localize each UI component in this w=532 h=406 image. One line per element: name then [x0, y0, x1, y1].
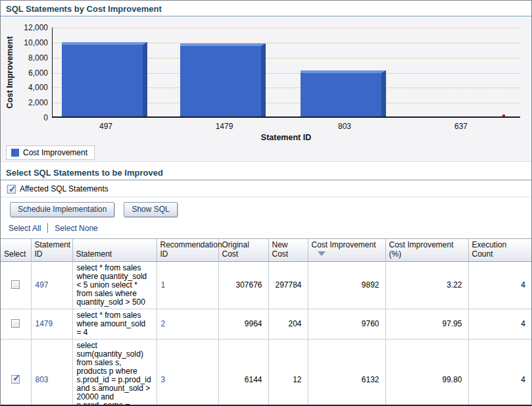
new-cost-cell: 297784	[268, 262, 308, 309]
affected-sql-row: Affected SQL Statements	[1, 180, 531, 197]
y-tick-label: 2,000	[7, 98, 48, 107]
column-header-execution-count: Execution Count	[468, 239, 531, 262]
statement-id-link[interactable]: 1479	[36, 319, 53, 328]
selection-links: Select All Select None	[1, 217, 531, 238]
column-header-recommendation-id: Recommendation ID	[157, 239, 218, 262]
statement-id-link[interactable]: 497	[36, 280, 49, 290]
column-header-cost-improvement[interactable]: Cost Improvement	[308, 239, 385, 262]
original-cost-cell: 307676	[218, 262, 268, 309]
recommendation-id-link[interactable]: 1	[161, 280, 166, 290]
cost-improvement-pct-cell: 3.22	[385, 262, 468, 309]
original-cost-cell: 6144	[218, 340, 268, 406]
execution-count-cell: 4	[468, 309, 531, 340]
chart-legend: Cost Improvement	[6, 145, 95, 160]
execution-count-cell: 4	[468, 262, 531, 309]
column-header-select: Select	[1, 239, 31, 262]
y-tick-label: 12,000	[7, 23, 48, 32]
original-cost-cell: 9964	[218, 309, 268, 340]
column-header-statement: Statement	[72, 239, 157, 262]
table-header-row: SelectStatement IDStatementRecommendatio…	[1, 239, 531, 262]
legend-label: Cost Improvement	[23, 148, 87, 157]
bar-statement-1479	[180, 43, 266, 116]
chart-plot-area	[52, 28, 520, 118]
statement-text: select * from sales where quantity_sold …	[72, 262, 157, 309]
table-section-title: Select SQL Statements to be Improved	[1, 165, 531, 180]
select-none-link[interactable]: Select None	[55, 224, 97, 233]
column-header-cost-improvement: Cost Improvement (%)	[385, 239, 468, 262]
sort-descending-icon	[318, 251, 326, 256]
affected-sql-checkbox[interactable]	[7, 185, 16, 193]
column-header-original-cost: Original Cost	[218, 239, 268, 262]
action-buttons: Schedule Implementation Show SQL	[1, 197, 531, 217]
y-tick-label: 6,000	[7, 68, 48, 78]
column-header-statement-id: Statement ID	[31, 239, 72, 262]
statement-text: select * from sales where amount_sold = …	[72, 309, 157, 340]
y-tick-label: 4,000	[7, 83, 48, 92]
recommendation-id-link[interactable]: 2	[161, 319, 166, 328]
bar-statement-637	[502, 114, 505, 116]
cost-improvement-bar-chart: Cost Improvement 02,0004,0006,0008,00010…	[1, 16, 531, 162]
statement-id-link[interactable]: 803	[36, 375, 49, 384]
select-all-link[interactable]: Select All	[9, 224, 41, 233]
table-row: 497select * from sales where quantity_so…	[1, 262, 531, 309]
chart-section-title: SQL Statements by Cost Improvement	[1, 1, 531, 16]
x-axis-title: Statement ID	[220, 133, 352, 142]
cost-improvement-cell: 9760	[308, 309, 385, 340]
recommendation-id-link[interactable]: 3	[161, 375, 166, 384]
bar-statement-497	[62, 42, 147, 116]
x-tick-label: 1479	[198, 122, 251, 131]
gridline	[53, 28, 520, 28]
row-select-checkbox[interactable]	[11, 280, 20, 289]
cost-improvement-cell: 9892	[308, 262, 385, 309]
cost-improvement-pct-cell: 97.95	[385, 309, 468, 340]
y-tick-label: 0	[7, 113, 48, 122]
row-select-checkbox[interactable]	[11, 375, 20, 384]
bar-statement-803	[301, 70, 386, 116]
x-tick-label: 497	[80, 122, 132, 131]
x-tick-label: 803	[318, 122, 371, 131]
statement-text: select sum(quantity_sold) from sales s, …	[72, 340, 157, 406]
link-divider	[47, 223, 48, 233]
new-cost-cell: 204	[268, 309, 308, 340]
table-row: 1479select * from sales where amount_sol…	[1, 309, 531, 340]
x-tick-label: 637	[435, 122, 487, 131]
table-row: 803select sum(quantity_sold) from sales …	[1, 340, 531, 406]
schedule-implementation-button[interactable]: Schedule Implementation	[10, 202, 114, 217]
cost-improvement-cell: 6132	[308, 340, 385, 406]
y-tick-label: 10,000	[7, 38, 48, 47]
legend-swatch-cost-improvement	[11, 149, 19, 157]
show-sql-button[interactable]: Show SQL	[124, 202, 177, 217]
row-select-checkbox[interactable]	[11, 319, 20, 328]
cost-improvement-pct-cell: 99.80	[385, 340, 468, 406]
execution-count-cell: 4	[468, 340, 531, 406]
new-cost-cell: 12	[268, 340, 308, 406]
y-tick-label: 8,000	[7, 53, 48, 63]
table-body: 497select * from sales where quantity_so…	[1, 262, 531, 406]
column-header-new-cost: New Cost	[268, 239, 308, 262]
affected-sql-checkbox-label: Affected SQL Statements	[20, 184, 109, 193]
sql-statements-table: SelectStatement IDStatementRecommendatio…	[1, 238, 531, 406]
